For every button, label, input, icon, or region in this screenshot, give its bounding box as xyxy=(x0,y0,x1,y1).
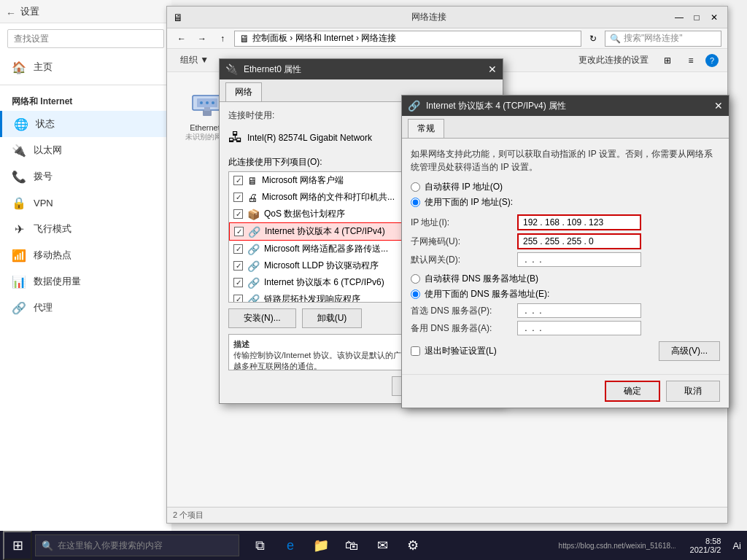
checkbox-6[interactable] xyxy=(233,278,243,287)
tcpip-cancel-button[interactable]: 取消 xyxy=(666,381,720,402)
ethernet-label: 以太网 xyxy=(34,144,62,157)
settings-app: ← 设置 🏠 主页 网络和 Internet 🌐 状态 🔌 以太网 📞 拨号 🔒… xyxy=(0,0,171,540)
home-icon: 🏠 xyxy=(12,60,26,74)
item-count: 2 个项目 xyxy=(173,510,204,521)
close-button[interactable]: ✕ xyxy=(707,10,721,25)
gateway-input[interactable] xyxy=(517,252,641,267)
organize-button[interactable]: 组织 ▼ xyxy=(176,52,213,68)
checkbox-3[interactable] xyxy=(234,227,244,236)
taskbar-store-icon[interactable]: 🛍 xyxy=(337,531,366,560)
up-nav-button[interactable]: ↑ xyxy=(214,31,231,47)
tab-general[interactable]: 常规 xyxy=(408,119,444,138)
nav-item-data-usage[interactable]: 📊 数据使用量 xyxy=(0,268,171,295)
alternate-dns-row: 备用 DNS 服务器(A): xyxy=(411,321,720,335)
taskbar-search-box[interactable]: 🔍 在这里输入你要搜索的内容 xyxy=(35,534,239,556)
item-icon-2: 📦 xyxy=(247,209,260,220)
checkbox-7[interactable] xyxy=(233,295,243,303)
back-button[interactable]: ← xyxy=(6,7,15,16)
ip-radio-group: 自动获得 IP 地址(O) 使用下面的 IP 地址(S): xyxy=(411,181,720,209)
airplane-label: 飞行模式 xyxy=(34,222,71,236)
validate-label: 退出时验证设置(L) xyxy=(425,345,497,357)
validate-checkbox-row[interactable]: 退出时验证设置(L) 高级(V)... xyxy=(411,341,720,361)
ip-address-input[interactable] xyxy=(517,214,641,230)
view-options-button[interactable]: ⊞ xyxy=(659,52,676,69)
checkbox-4[interactable] xyxy=(233,244,243,254)
preferred-dns-label: 首选 DNS 服务器(P): xyxy=(411,305,513,317)
adapter-name: Intel(R) 82574L Gigabit Network xyxy=(247,133,372,143)
nav-item-ethernet[interactable]: 🔌 以太网 xyxy=(0,137,171,163)
nav-item-proxy[interactable]: 🔗 代理 xyxy=(0,295,171,321)
advanced-button[interactable]: 高级(V)... xyxy=(659,341,720,361)
search-bar[interactable]: 🔍 搜索"网络连接" xyxy=(605,31,721,47)
hotspot-label: 移动热点 xyxy=(34,249,71,262)
tcpip-dialog-icon: 🔗 xyxy=(408,100,420,112)
checkbox-0[interactable] xyxy=(233,176,243,185)
proxy-label: 代理 xyxy=(34,301,53,314)
alternate-dns-input[interactable] xyxy=(517,321,641,335)
manual-ip-radio-row[interactable]: 使用下面的 IP 地址(S): xyxy=(411,196,720,209)
preferred-dns-row: 首选 DNS 服务器(P): xyxy=(411,303,720,318)
explorer-title-icon: 🖥 xyxy=(173,12,183,23)
view-list-button[interactable]: ≡ xyxy=(682,52,700,69)
minimize-button[interactable]: — xyxy=(672,10,686,25)
manual-ip-radio[interactable] xyxy=(411,198,420,207)
nav-item-dialup[interactable]: 📞 拨号 xyxy=(0,163,171,190)
manual-dns-radio[interactable] xyxy=(411,289,420,299)
address-bar[interactable]: 🖥 控制面板 › 网络和 Internet › 网络连接 xyxy=(234,31,581,47)
subnet-input[interactable] xyxy=(517,233,641,249)
address-icon: 🖥 xyxy=(239,33,249,44)
nav-item-status[interactable]: 🌐 状态 xyxy=(0,111,171,137)
checkbox-2[interactable] xyxy=(233,209,243,219)
subnet-row: 子网掩码(U): xyxy=(411,233,720,249)
taskbar-right-area: https://blog.csdn.net/weixin_51618... 8:… xyxy=(553,537,744,554)
svg-point-5 xyxy=(206,101,209,104)
nav-item-hotspot[interactable]: 📶 移动热点 xyxy=(0,242,171,268)
taskbar-settings-icon[interactable]: ⚙ xyxy=(398,531,427,560)
tray-url-text: https://blog.csdn.net/weixin_51618... xyxy=(559,542,676,550)
install-button[interactable]: 安装(N)... xyxy=(228,308,296,328)
uninstall-button[interactable]: 卸载(U) xyxy=(302,308,363,328)
gateway-row: 默认网关(D): xyxy=(411,252,720,267)
manual-dns-radio-row[interactable]: 使用下面的 DNS 服务器地址(E): xyxy=(411,288,720,300)
tcpip-body: 如果网络支持此功能，则可以获取自动指派的 IP 设置。否则，你需要从网络系统管理… xyxy=(402,139,729,374)
svg-point-6 xyxy=(212,101,214,104)
maximize-button[interactable]: □ xyxy=(689,10,704,25)
status-bar: 2 个项目 xyxy=(167,507,727,523)
checkbox-5[interactable] xyxy=(233,261,243,271)
taskbar-explorer-icon[interactable]: 📁 xyxy=(306,531,336,560)
nav-item-home[interactable]: 🏠 主页 xyxy=(0,54,171,80)
dns-section: 自动获得 DNS 服务器地址(B) 使用下面的 DNS 服务器地址(E): 首选… xyxy=(411,273,720,335)
preferred-dns-input[interactable] xyxy=(517,303,641,318)
item-label-1: Microsoft 网络的文件和打印机共... xyxy=(262,191,395,203)
ethernet-dialog-close[interactable]: ✕ xyxy=(488,63,497,75)
tab-network[interactable]: 网络 xyxy=(225,82,262,101)
item-icon-0: 🖥 xyxy=(247,175,258,187)
item-label-5: Microsoft LLDP 协议驱动程序 xyxy=(264,260,379,272)
adapter-icon: 🖧 xyxy=(228,129,243,146)
validate-checkbox[interactable] xyxy=(411,346,420,356)
taskbar-mail-icon[interactable]: ✉ xyxy=(368,531,397,560)
back-nav-button[interactable]: ← xyxy=(173,31,190,47)
nav-item-vpn[interactable]: 🔒 VPN xyxy=(0,190,171,216)
start-button[interactable]: ⊞ xyxy=(3,531,32,560)
auto-ip-radio-row[interactable]: 自动获得 IP 地址(O) xyxy=(411,181,720,193)
tcpip-dialog-close[interactable]: ✕ xyxy=(714,100,723,112)
tcpip-ok-button[interactable]: 确定 xyxy=(605,381,660,402)
help-button[interactable]: ? xyxy=(705,54,719,67)
nav-item-airplane[interactable]: ✈ 飞行模式 xyxy=(0,216,171,242)
auto-ip-radio[interactable] xyxy=(411,182,420,192)
change-settings-button[interactable]: 更改此连接的设置 xyxy=(574,52,653,68)
refresh-button[interactable]: ↻ xyxy=(584,31,602,47)
svg-rect-2 xyxy=(203,110,212,116)
ip-address-row: IP 地址(I): xyxy=(411,214,720,230)
ai-label[interactable]: Ai xyxy=(729,540,744,551)
task-view-button[interactable]: ⧉ xyxy=(245,531,274,560)
taskbar-edge-icon[interactable]: e xyxy=(276,531,305,560)
forward-nav-button[interactable]: → xyxy=(193,31,211,47)
ip-address-label: IP 地址(I): xyxy=(411,217,513,229)
auto-dns-radio[interactable] xyxy=(411,274,420,284)
item-icon-3: 🔗 xyxy=(248,226,260,238)
auto-dns-radio-row[interactable]: 自动获得 DNS 服务器地址(B) xyxy=(411,273,720,285)
checkbox-1[interactable] xyxy=(233,192,243,202)
settings-search-input[interactable] xyxy=(7,29,164,48)
